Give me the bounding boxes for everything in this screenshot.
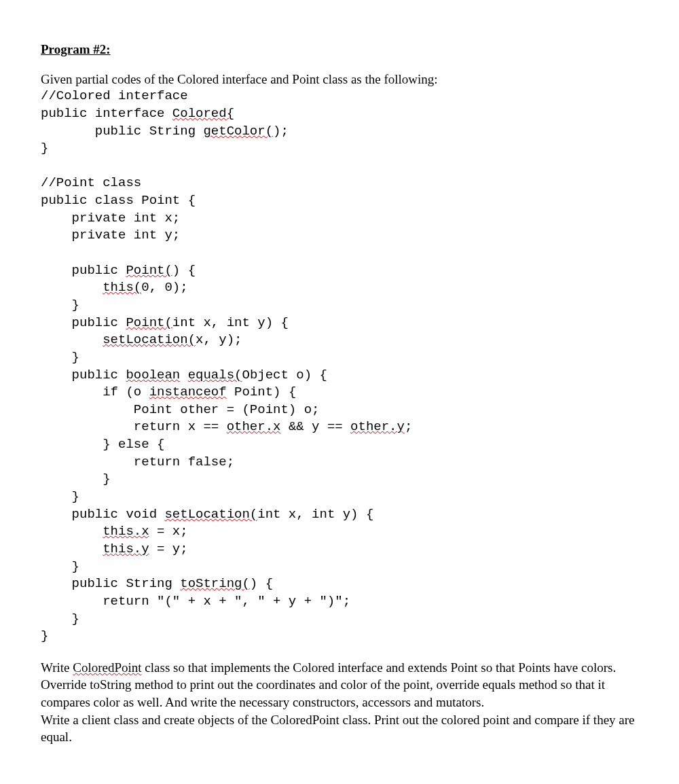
code-text: 0, 0); <box>141 280 187 295</box>
code-line: Point other = (Point) o; <box>41 402 319 417</box>
code-line: //Point class <box>41 175 141 190</box>
squiggle-text: instanceof <box>149 385 227 399</box>
instructions-paragraph-1: Write ColoredPoint class so that impleme… <box>41 659 638 711</box>
code-line: //Colored interface <box>41 88 188 103</box>
code-line: return x == other.x && y == other.y; <box>41 419 412 434</box>
para1-prefix: Write <box>41 660 73 675</box>
code-text <box>180 368 187 382</box>
code-text: ); <box>273 124 289 139</box>
code-text: ; <box>405 419 412 434</box>
code-text: public String <box>41 124 203 139</box>
code-line: private int x; <box>41 211 180 226</box>
squiggle-text: other.x <box>227 419 281 434</box>
code-line: public String getColor(); <box>41 124 289 139</box>
intro-text: Given partial codes of the Colored inter… <box>41 71 638 88</box>
squiggle-text: Point( <box>126 263 172 278</box>
code-line: public class Point { <box>41 193 196 208</box>
code-text: ) { <box>172 263 196 278</box>
squiggle-text: Point( <box>126 315 172 330</box>
squiggle-text: setLocation( <box>103 332 196 347</box>
squiggle-text: equals( <box>188 368 242 382</box>
instructions-paragraph-2: Write a client class and create objects … <box>41 711 638 746</box>
code-line: } <box>41 628 48 643</box>
code-line: public Point() { <box>41 263 196 278</box>
code-text: int x, int y) { <box>257 507 373 522</box>
code-text: Point) { <box>227 385 297 399</box>
code-line: this(0, 0); <box>41 280 188 295</box>
code-text: int x, int y) { <box>172 315 289 330</box>
program-heading: Program #2: <box>41 41 638 58</box>
code-line: public interface Colored{ <box>41 106 234 121</box>
code-line: public boolean equals(Object o) { <box>41 368 327 382</box>
code-text: ) { <box>250 576 273 591</box>
code-line: return false; <box>41 455 234 469</box>
squiggle-text: this.y <box>103 541 149 556</box>
squiggle-text: this( <box>103 280 141 295</box>
code-text <box>41 524 103 539</box>
squiggle-text: getColor( <box>203 124 273 139</box>
code-line: private int y; <box>41 228 180 243</box>
code-line: this.y = y; <box>41 541 188 556</box>
code-text: = x; <box>149 524 188 539</box>
squiggle-text: boolean <box>126 368 180 382</box>
squiggle-text: ColoredPoint <box>73 660 141 675</box>
squiggle-text: setLocation( <box>164 507 257 522</box>
code-text: Object o) { <box>242 368 327 382</box>
code-text: && y == <box>280 419 350 434</box>
code-text <box>41 332 103 347</box>
code-text: public <box>41 368 126 382</box>
squiggle-text: toString( <box>180 576 250 591</box>
squiggle-text: Colored{ <box>172 106 234 121</box>
code-line: this.x = x; <box>41 524 188 539</box>
code-line: } <box>41 298 79 313</box>
code-line: return "(" + x + ", " + y + ")"; <box>41 594 350 609</box>
code-line: public void setLocation(int x, int y) { <box>41 507 373 522</box>
code-text: if (o <box>41 385 149 399</box>
squiggle-text: other.y <box>350 419 405 434</box>
code-text: public interface <box>41 106 172 121</box>
code-text: = y; <box>149 541 188 556</box>
code-text: public <box>41 263 126 278</box>
code-block: //Colored interface public interface Col… <box>41 88 638 645</box>
code-line: } <box>41 141 48 156</box>
code-text: public <box>41 315 126 330</box>
code-line: } <box>41 350 79 365</box>
code-line: public String toString() { <box>41 576 273 591</box>
code-line: } <box>41 489 79 504</box>
code-line: } <box>41 611 79 626</box>
code-text: public String <box>41 576 180 591</box>
code-line: public Point(int x, int y) { <box>41 315 289 330</box>
code-line: if (o instanceof Point) { <box>41 385 296 399</box>
code-line: } <box>41 471 111 486</box>
code-line: } <box>41 559 79 574</box>
code-text <box>41 541 103 556</box>
code-text: public void <box>41 507 164 522</box>
code-line: } else { <box>41 437 164 452</box>
code-text: x, y); <box>196 332 242 347</box>
code-text <box>41 280 103 295</box>
code-line: setLocation(x, y); <box>41 332 242 347</box>
code-text: return x == <box>41 419 227 434</box>
squiggle-text: this.x <box>103 524 149 539</box>
